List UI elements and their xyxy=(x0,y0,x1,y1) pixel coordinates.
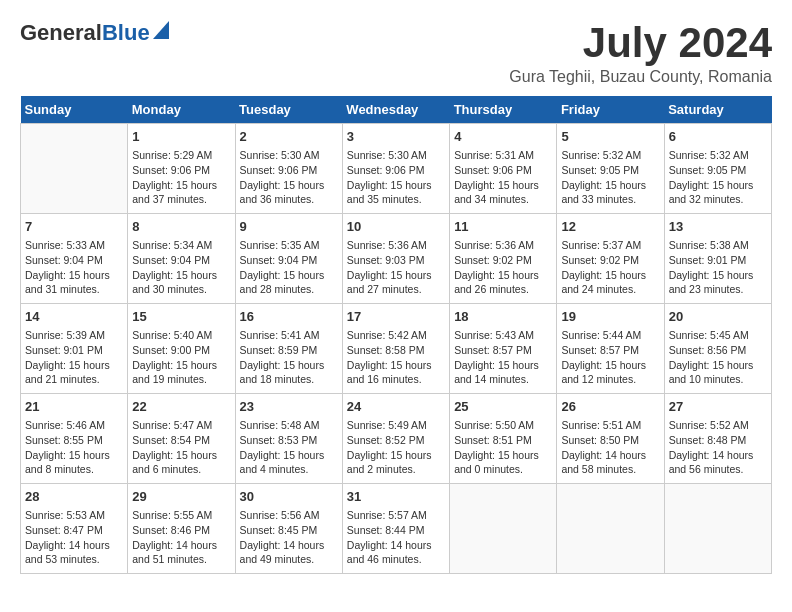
day-info: Sunrise: 5:41 AMSunset: 8:59 PMDaylight:… xyxy=(240,328,338,387)
header-wednesday: Wednesday xyxy=(342,96,449,124)
day-number: 2 xyxy=(240,128,338,146)
calendar-cell: 1Sunrise: 5:29 AMSunset: 9:06 PMDaylight… xyxy=(128,124,235,214)
day-number: 23 xyxy=(240,398,338,416)
day-number: 22 xyxy=(132,398,230,416)
calendar-table: SundayMondayTuesdayWednesdayThursdayFrid… xyxy=(20,96,772,574)
calendar-cell: 10Sunrise: 5:36 AMSunset: 9:03 PMDayligh… xyxy=(342,214,449,304)
calendar-cell: 3Sunrise: 5:30 AMSunset: 9:06 PMDaylight… xyxy=(342,124,449,214)
header-monday: Monday xyxy=(128,96,235,124)
day-info: Sunrise: 5:56 AMSunset: 8:45 PMDaylight:… xyxy=(240,508,338,567)
calendar-cell: 8Sunrise: 5:34 AMSunset: 9:04 PMDaylight… xyxy=(128,214,235,304)
day-info: Sunrise: 5:37 AMSunset: 9:02 PMDaylight:… xyxy=(561,238,659,297)
calendar-cell: 15Sunrise: 5:40 AMSunset: 9:00 PMDayligh… xyxy=(128,304,235,394)
day-number: 10 xyxy=(347,218,445,236)
calendar-cell xyxy=(664,484,771,574)
day-number: 18 xyxy=(454,308,552,326)
day-info: Sunrise: 5:33 AMSunset: 9:04 PMDaylight:… xyxy=(25,238,123,297)
calendar-cell: 26Sunrise: 5:51 AMSunset: 8:50 PMDayligh… xyxy=(557,394,664,484)
logo-general: General xyxy=(20,20,102,46)
day-info: Sunrise: 5:38 AMSunset: 9:01 PMDaylight:… xyxy=(669,238,767,297)
calendar-cell: 18Sunrise: 5:43 AMSunset: 8:57 PMDayligh… xyxy=(450,304,557,394)
day-number: 31 xyxy=(347,488,445,506)
day-info: Sunrise: 5:29 AMSunset: 9:06 PMDaylight:… xyxy=(132,148,230,207)
day-number: 11 xyxy=(454,218,552,236)
calendar-cell: 25Sunrise: 5:50 AMSunset: 8:51 PMDayligh… xyxy=(450,394,557,484)
day-info: Sunrise: 5:40 AMSunset: 9:00 PMDaylight:… xyxy=(132,328,230,387)
day-number: 17 xyxy=(347,308,445,326)
calendar-cell: 22Sunrise: 5:47 AMSunset: 8:54 PMDayligh… xyxy=(128,394,235,484)
day-info: Sunrise: 5:55 AMSunset: 8:46 PMDaylight:… xyxy=(132,508,230,567)
logo: GeneralBlue xyxy=(20,20,169,46)
calendar-cell xyxy=(557,484,664,574)
calendar-cell: 13Sunrise: 5:38 AMSunset: 9:01 PMDayligh… xyxy=(664,214,771,304)
calendar-cell: 14Sunrise: 5:39 AMSunset: 9:01 PMDayligh… xyxy=(21,304,128,394)
week-row-3: 14Sunrise: 5:39 AMSunset: 9:01 PMDayligh… xyxy=(21,304,772,394)
day-info: Sunrise: 5:52 AMSunset: 8:48 PMDaylight:… xyxy=(669,418,767,477)
calendar-cell: 27Sunrise: 5:52 AMSunset: 8:48 PMDayligh… xyxy=(664,394,771,484)
logo-icon xyxy=(153,21,169,39)
header-tuesday: Tuesday xyxy=(235,96,342,124)
day-info: Sunrise: 5:39 AMSunset: 9:01 PMDaylight:… xyxy=(25,328,123,387)
day-number: 7 xyxy=(25,218,123,236)
week-row-4: 21Sunrise: 5:46 AMSunset: 8:55 PMDayligh… xyxy=(21,394,772,484)
day-number: 3 xyxy=(347,128,445,146)
calendar-cell: 6Sunrise: 5:32 AMSunset: 9:05 PMDaylight… xyxy=(664,124,771,214)
location-title: Gura Teghii, Buzau County, Romania xyxy=(509,68,772,86)
day-info: Sunrise: 5:45 AMSunset: 8:56 PMDaylight:… xyxy=(669,328,767,387)
header-friday: Friday xyxy=(557,96,664,124)
day-number: 15 xyxy=(132,308,230,326)
day-number: 26 xyxy=(561,398,659,416)
calendar-cell: 29Sunrise: 5:55 AMSunset: 8:46 PMDayligh… xyxy=(128,484,235,574)
day-number: 16 xyxy=(240,308,338,326)
calendar-cell: 11Sunrise: 5:36 AMSunset: 9:02 PMDayligh… xyxy=(450,214,557,304)
calendar-cell: 23Sunrise: 5:48 AMSunset: 8:53 PMDayligh… xyxy=(235,394,342,484)
page-header: GeneralBlue July 2024 Gura Teghii, Buzau… xyxy=(20,20,772,86)
week-row-5: 28Sunrise: 5:53 AMSunset: 8:47 PMDayligh… xyxy=(21,484,772,574)
calendar-header-row: SundayMondayTuesdayWednesdayThursdayFrid… xyxy=(21,96,772,124)
day-info: Sunrise: 5:42 AMSunset: 8:58 PMDaylight:… xyxy=(347,328,445,387)
calendar-cell: 4Sunrise: 5:31 AMSunset: 9:06 PMDaylight… xyxy=(450,124,557,214)
day-number: 20 xyxy=(669,308,767,326)
day-number: 25 xyxy=(454,398,552,416)
day-number: 30 xyxy=(240,488,338,506)
title-section: July 2024 Gura Teghii, Buzau County, Rom… xyxy=(509,20,772,86)
day-info: Sunrise: 5:43 AMSunset: 8:57 PMDaylight:… xyxy=(454,328,552,387)
day-number: 24 xyxy=(347,398,445,416)
day-info: Sunrise: 5:49 AMSunset: 8:52 PMDaylight:… xyxy=(347,418,445,477)
day-number: 12 xyxy=(561,218,659,236)
day-number: 1 xyxy=(132,128,230,146)
day-info: Sunrise: 5:57 AMSunset: 8:44 PMDaylight:… xyxy=(347,508,445,567)
calendar-cell: 28Sunrise: 5:53 AMSunset: 8:47 PMDayligh… xyxy=(21,484,128,574)
day-info: Sunrise: 5:44 AMSunset: 8:57 PMDaylight:… xyxy=(561,328,659,387)
calendar-cell: 20Sunrise: 5:45 AMSunset: 8:56 PMDayligh… xyxy=(664,304,771,394)
day-number: 5 xyxy=(561,128,659,146)
day-number: 14 xyxy=(25,308,123,326)
header-thursday: Thursday xyxy=(450,96,557,124)
svg-marker-0 xyxy=(153,21,169,39)
calendar-cell xyxy=(21,124,128,214)
day-info: Sunrise: 5:32 AMSunset: 9:05 PMDaylight:… xyxy=(561,148,659,207)
calendar-cell: 24Sunrise: 5:49 AMSunset: 8:52 PMDayligh… xyxy=(342,394,449,484)
day-number: 9 xyxy=(240,218,338,236)
day-number: 28 xyxy=(25,488,123,506)
day-info: Sunrise: 5:31 AMSunset: 9:06 PMDaylight:… xyxy=(454,148,552,207)
day-info: Sunrise: 5:30 AMSunset: 9:06 PMDaylight:… xyxy=(347,148,445,207)
day-info: Sunrise: 5:51 AMSunset: 8:50 PMDaylight:… xyxy=(561,418,659,477)
logo-blue: Blue xyxy=(102,20,150,46)
day-info: Sunrise: 5:46 AMSunset: 8:55 PMDaylight:… xyxy=(25,418,123,477)
day-number: 4 xyxy=(454,128,552,146)
day-info: Sunrise: 5:50 AMSunset: 8:51 PMDaylight:… xyxy=(454,418,552,477)
calendar-cell: 19Sunrise: 5:44 AMSunset: 8:57 PMDayligh… xyxy=(557,304,664,394)
day-info: Sunrise: 5:34 AMSunset: 9:04 PMDaylight:… xyxy=(132,238,230,297)
day-number: 19 xyxy=(561,308,659,326)
day-number: 21 xyxy=(25,398,123,416)
day-number: 29 xyxy=(132,488,230,506)
day-info: Sunrise: 5:35 AMSunset: 9:04 PMDaylight:… xyxy=(240,238,338,297)
day-number: 6 xyxy=(669,128,767,146)
day-info: Sunrise: 5:30 AMSunset: 9:06 PMDaylight:… xyxy=(240,148,338,207)
logo-text: GeneralBlue xyxy=(20,20,169,46)
header-sunday: Sunday xyxy=(21,96,128,124)
header-saturday: Saturday xyxy=(664,96,771,124)
day-number: 8 xyxy=(132,218,230,236)
day-info: Sunrise: 5:36 AMSunset: 9:03 PMDaylight:… xyxy=(347,238,445,297)
